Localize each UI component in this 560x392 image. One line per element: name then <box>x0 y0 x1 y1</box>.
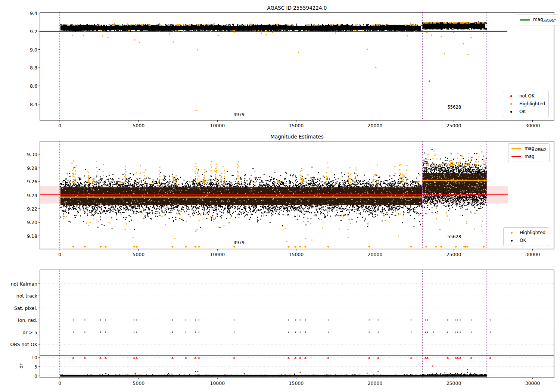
x-tick-label: 5000 <box>133 123 144 128</box>
x-tick-label: 30000 <box>525 252 540 257</box>
panel1-title: AGASC ID 255594224.0 <box>40 5 554 11</box>
y-tick-label: 9.4 <box>0 10 37 16</box>
y-tick-label: 9.26 <box>0 179 37 184</box>
x-tick-label: 20000 <box>368 123 383 128</box>
x-tick-label: 10000 <box>210 252 225 257</box>
plot-canvas <box>0 0 560 392</box>
legend-label: not OK <box>519 92 535 100</box>
flag-row-label: Sat. pixel. <box>0 305 37 311</box>
dr-axis-label: dr <box>18 364 24 368</box>
y-tick-label: 9.2 <box>0 28 37 34</box>
flag-row-label: Ion. rad. <box>0 317 37 323</box>
legend-label: Highlighted <box>520 229 545 237</box>
legend-entry: Highlighted <box>506 229 545 237</box>
flag-row-label: OBS not OK <box>0 342 37 347</box>
x-tick-label: 15000 <box>289 123 304 128</box>
dr-tick-label: 10 <box>0 355 37 360</box>
legend-top-scatter: not OKHighlightedOK <box>503 91 549 117</box>
x-tick-label: 15000 <box>289 252 304 257</box>
legend-line-swatch <box>511 156 522 157</box>
x-tick-label: 0 <box>58 252 61 257</box>
legend-entry: OK <box>506 108 545 116</box>
x-tick-label: 30000 <box>525 123 540 128</box>
legend-dot-swatch <box>506 232 517 234</box>
legend-entry: Highlighted <box>506 100 545 108</box>
flag-row-label: dr > 5 <box>0 329 37 335</box>
y-tick-label: 9.28 <box>0 165 37 171</box>
legend-mid-scatter: HighlightedOK <box>503 227 549 246</box>
x-tick-label: 25000 <box>447 123 461 128</box>
legend-entry: magAGASC <box>520 16 556 24</box>
y-tick-label: 8.4 <box>0 102 37 107</box>
x-tick-label: 0 <box>58 123 61 128</box>
legend-label: OK <box>519 108 526 116</box>
legend-entry: not OK <box>506 92 545 100</box>
flag-row-label: not Kalman <box>0 281 37 287</box>
dr-tick-label: 0 <box>0 373 37 379</box>
x-tick-label: 20000 <box>368 252 383 257</box>
x-tick-label: 10000 <box>210 123 225 128</box>
legend-mag-lines: magOBSIDmag <box>508 143 550 162</box>
x-tick-label: 15000 <box>289 380 304 386</box>
x-tick-label: 0 <box>58 380 61 386</box>
y-tick-label: 9.22 <box>0 206 37 211</box>
legend-entry: OK <box>506 237 545 245</box>
flag-row-label: not track <box>0 293 37 299</box>
x-tick-label: 5000 <box>133 380 144 386</box>
x-tick-label: 10000 <box>210 380 225 386</box>
obsid-annotation: 55628 <box>447 234 461 239</box>
obsid-annotation: 4979 <box>234 112 245 117</box>
legend-label: Highlighted <box>519 100 545 108</box>
legend-mag-agasc: magAGASC <box>517 15 559 25</box>
figure: AGASC ID 255594224.0 Magnitude Estimates… <box>0 0 560 392</box>
legend-dot-swatch <box>506 240 517 242</box>
legend-line-swatch <box>511 148 522 149</box>
y-tick-label: 8.6 <box>0 83 37 89</box>
x-tick-label: 25000 <box>447 252 461 257</box>
legend-label: magOBSID <box>525 144 546 153</box>
y-tick-label: 9.24 <box>0 192 37 198</box>
legend-dot-swatch <box>506 95 516 97</box>
legend-entry: magOBSID <box>511 145 546 153</box>
legend-entry: mag <box>511 153 546 161</box>
panel2-title: Magnitude Estimates <box>40 134 554 140</box>
y-tick-label: 9.20 <box>0 220 37 225</box>
y-tick-label: 9.0 <box>0 47 37 52</box>
y-tick-label: 9.18 <box>0 233 37 239</box>
legend-label: OK <box>520 237 526 245</box>
x-tick-label: 25000 <box>447 380 461 386</box>
x-tick-label: 20000 <box>368 380 383 386</box>
obsid-annotation: 55628 <box>447 105 461 110</box>
x-tick-label: 30000 <box>525 380 540 386</box>
y-tick-label: 8.8 <box>0 65 37 71</box>
legend-line-swatch <box>520 19 530 20</box>
obsid-annotation: 4979 <box>234 240 245 245</box>
legend-label: magAGASC <box>533 16 556 25</box>
y-tick-label: 9.30 <box>0 152 37 157</box>
legend-label: mag <box>525 153 535 161</box>
legend-dot-swatch <box>506 111 516 113</box>
legend-dot-swatch <box>506 103 516 105</box>
x-tick-label: 5000 <box>133 252 144 257</box>
